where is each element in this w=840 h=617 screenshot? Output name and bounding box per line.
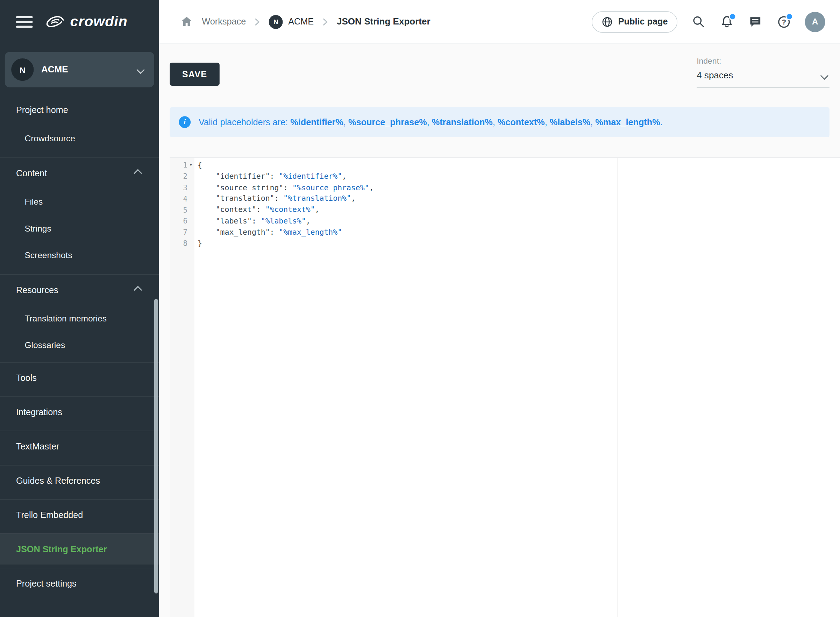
code-line: "identifier": "%identifier%", — [197, 171, 840, 182]
sidebar-item-label: Resources — [16, 285, 58, 295]
search-icon — [692, 15, 705, 28]
search-button[interactable] — [691, 14, 706, 29]
indent-select[interactable]: 4 spaces — [697, 70, 830, 88]
sidebar-item-project-settings[interactable]: Project settings — [0, 568, 159, 599]
public-page-label: Public page — [618, 16, 668, 27]
code-editor[interactable]: 1▾2345678 { "identifier": "%identifier%"… — [169, 157, 840, 617]
topbar-actions: Public page — [592, 11, 825, 32]
line-number: 1▾ — [169, 159, 194, 171]
sidebar-item-strings[interactable]: Strings — [0, 216, 159, 242]
sidebar-item-content[interactable]: Content — [0, 157, 159, 189]
notification-dot — [729, 13, 736, 20]
breadcrumb-workspace[interactable]: Workspace — [202, 16, 246, 27]
sidebar-item-trello-embedded[interactable]: Trello Embedded — [0, 499, 159, 530]
placeholder-token: %labels% — [550, 117, 591, 127]
sidebar: crowdin N ACME Project homeCrowdsourceCo… — [0, 0, 159, 617]
hamburger-menu-icon[interactable] — [16, 16, 32, 28]
save-button[interactable]: SAVE — [169, 63, 219, 86]
line-number: 6 — [169, 216, 194, 227]
sidebar-item-label: Screenshots — [25, 251, 72, 261]
code-line: "translation": "%translation%", — [197, 193, 840, 204]
chevron-down-icon — [820, 71, 828, 80]
sidebar-item-label: Integrations — [16, 407, 62, 417]
code-line: "max_length": "%max_length%" — [197, 226, 840, 238]
indent-selected-value: 4 spaces — [697, 70, 733, 81]
indent-control: Indent: 4 spaces — [697, 56, 830, 88]
breadcrumb: Workspace N ACME JSON String Exporter — [180, 15, 430, 29]
line-number: 3 — [169, 182, 194, 193]
sidebar-item-label: Trello Embedded — [16, 510, 83, 520]
sidebar-item-textmaster[interactable]: TextMaster — [0, 431, 159, 462]
sidebar-item-crowdsource[interactable]: Crowdsource — [0, 125, 159, 152]
info-icon: i — [179, 116, 191, 128]
sidebar-item-tools[interactable]: Tools — [0, 362, 159, 393]
topbar: Workspace N ACME JSON String Exporter Pu… — [159, 0, 840, 44]
fold-arrow-icon[interactable]: ▾ — [187, 159, 195, 171]
sidebar-item-project-home[interactable]: Project home — [0, 95, 159, 125]
sidebar-item-label: Crowdsource — [25, 134, 75, 144]
placeholders-banner: i Valid placeholders are: %identifier%, … — [169, 107, 830, 137]
chat-icon — [749, 15, 762, 28]
banner-separator: , — [493, 117, 498, 127]
chevron-down-icon — [136, 65, 145, 74]
sidebar-scrollbar[interactable] — [154, 299, 158, 593]
public-page-button[interactable]: Public page — [592, 11, 677, 32]
globe-icon — [601, 16, 613, 28]
project-name: ACME — [41, 64, 68, 75]
sidebar-item-label: TextMaster — [16, 441, 59, 452]
help-button[interactable]: ? — [777, 14, 791, 29]
sidebar-item-label: Glossaries — [25, 341, 65, 350]
sidebar-item-screenshots[interactable]: Screenshots — [0, 242, 159, 269]
sidebar-item-label: Guides & References — [16, 476, 100, 486]
banner-separator: , — [545, 117, 550, 127]
chevron-up-icon — [134, 286, 142, 294]
sidebar-menu: Project homeCrowdsourceContentFilesStrin… — [0, 95, 159, 599]
sidebar-item-label: Files — [25, 197, 43, 207]
placeholder-token: %translation% — [432, 117, 493, 127]
editor-code[interactable]: { "identifier": "%identifier%", "source_… — [195, 158, 840, 617]
placeholder-token: %max_length% — [595, 117, 660, 127]
sidebar-item-label: Strings — [25, 224, 51, 234]
org-name: ACME — [288, 16, 314, 27]
sidebar-item-translation-memories[interactable]: Translation memories — [0, 306, 159, 332]
line-number: 5 — [169, 204, 194, 216]
code-line: "source_string": "%source_phrase%", — [197, 182, 840, 193]
code-line: } — [197, 238, 840, 249]
sidebar-item-glossaries[interactable]: Glossaries — [0, 332, 159, 359]
line-number: 7 — [169, 226, 194, 238]
placeholder-token: %source_phrase% — [348, 117, 427, 127]
chevron-up-icon — [134, 169, 142, 177]
crowdin-logo[interactable]: crowdin — [46, 13, 127, 30]
code-line: "context": "%context%", — [197, 204, 840, 216]
user-avatar[interactable]: A — [805, 12, 825, 32]
notifications-button[interactable] — [720, 14, 734, 29]
project-selector[interactable]: N ACME — [5, 52, 154, 87]
line-number: 2 — [169, 171, 194, 182]
line-number: 4 — [169, 193, 194, 204]
sidebar-item-label: JSON String Exporter — [16, 544, 107, 554]
editor-ruler — [617, 158, 618, 617]
chevron-right-icon — [255, 18, 260, 25]
main-area: Workspace N ACME JSON String Exporter Pu… — [159, 0, 840, 617]
breadcrumb-org[interactable]: N ACME — [269, 15, 314, 29]
sidebar-item-files[interactable]: Files — [0, 189, 159, 216]
page-title: JSON String Exporter — [337, 16, 430, 27]
chevron-right-icon — [323, 18, 328, 25]
sidebar-item-label: Project home — [16, 105, 68, 115]
svg-text:?: ? — [782, 18, 786, 25]
home-icon[interactable] — [180, 15, 193, 28]
banner-separator: , — [590, 117, 595, 127]
code-line: "labels": "%labels%", — [197, 216, 840, 227]
sidebar-item-guides-references[interactable]: Guides & References — [0, 465, 159, 496]
page-content: SAVE Indent: 4 spaces i Valid placeholde… — [159, 44, 840, 617]
sidebar-item-label: Tools — [16, 373, 37, 383]
banner-separator: , — [427, 117, 432, 127]
sidebar-item-resources[interactable]: Resources — [0, 274, 159, 306]
sidebar-item-label: Content — [16, 168, 47, 179]
crowdin-bird-icon — [46, 15, 65, 28]
sidebar-item-label: Project settings — [16, 579, 77, 589]
indent-label: Indent: — [697, 56, 830, 65]
sidebar-item-json-string-exporter[interactable]: JSON String Exporter — [0, 533, 159, 565]
messages-button[interactable] — [748, 14, 762, 29]
sidebar-item-integrations[interactable]: Integrations — [0, 396, 159, 427]
